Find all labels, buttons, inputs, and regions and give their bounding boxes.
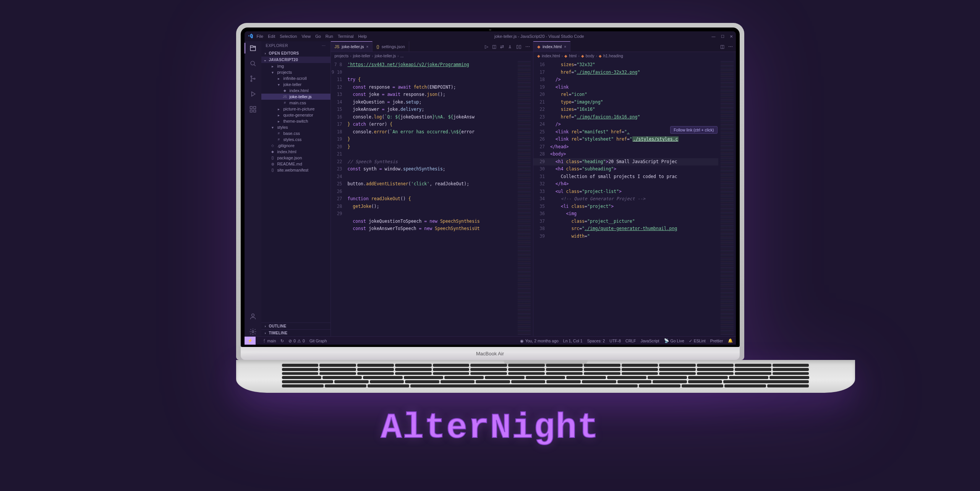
tab-joke-teller-js[interactable]: JSjoke-teller.js×: [331, 41, 373, 52]
file-site.webmanifest[interactable]: {}site.webmanifest: [261, 167, 330, 173]
breadcrumb-segment[interactable]: projects: [335, 53, 349, 58]
breadcrumb-segment[interactable]: html: [569, 53, 577, 58]
activity-bar: [245, 41, 261, 336]
breadcrumb-segment[interactable]: joke-teller.js: [375, 53, 396, 58]
breadcrumb-segment[interactable]: h1.heading: [603, 53, 623, 58]
tab-label: settings.json: [382, 44, 405, 49]
minimap-right[interactable]: [718, 60, 736, 336]
code-area-right[interactable]: 16 17 18 19 20 21 22 23 24 25 26 27 28 2…: [533, 60, 736, 336]
more-icon[interactable]: ⋯: [322, 44, 326, 48]
section-workspace[interactable]: ⌄JAVASCRIPT20: [261, 57, 330, 63]
status-language[interactable]: JavaScript: [641, 339, 659, 343]
folder-picture-in-picture[interactable]: ▸picture-in-picture: [261, 106, 330, 112]
file-label: main.css: [290, 100, 306, 105]
status-blame[interactable]: ◉ You, 2 months ago: [520, 339, 559, 343]
menu-selection[interactable]: Selection: [280, 34, 297, 39]
keyboard-row: [282, 376, 809, 379]
status-eslint[interactable]: ✓ ESLint: [689, 339, 706, 343]
menu-run[interactable]: Run: [326, 34, 333, 39]
tabs-left: JSjoke-teller.js×{}settings.json ▷ ◫ ⇄ ⫫…: [331, 41, 533, 52]
search-icon[interactable]: [248, 59, 258, 68]
section-outline[interactable]: ›OUTLINE: [261, 322, 330, 329]
file-index.html[interactable]: ◆index.html: [261, 149, 330, 155]
code-right[interactable]: sizes="32x32" href="./img/favicon-32x32.…: [549, 60, 718, 336]
tab-close-icon[interactable]: ×: [564, 45, 566, 49]
status-prettier[interactable]: Prettier: [710, 339, 723, 343]
laptop-hinge-label: MacBook Air: [241, 347, 740, 360]
json-file-icon: {}: [271, 168, 275, 172]
status-cursor[interactable]: Ln 1, Col 1: [563, 339, 583, 343]
tab-index-html[interactable]: ◆index.html×: [533, 41, 570, 52]
debug-icon[interactable]: [248, 89, 258, 99]
compare-icon[interactable]: ⇄: [500, 44, 504, 49]
code-area-left[interactable]: 7 8 9 10 11 12 13 14 15 16 17 18 19 20 2…: [331, 60, 533, 336]
close-icon[interactable]: ✕: [730, 34, 733, 39]
folder-styles[interactable]: ▾styles: [261, 124, 330, 130]
file-main.css[interactable]: #main.css: [261, 100, 330, 106]
file-styles.css[interactable]: #styles.css: [261, 136, 330, 143]
menu-go[interactable]: Go: [315, 34, 321, 39]
status-remote[interactable]: ⚡: [245, 337, 259, 345]
source-control-icon[interactable]: [248, 74, 258, 83]
file-index.html[interactable]: ◆index.html: [261, 88, 330, 94]
status-bell-icon[interactable]: 🔔: [728, 338, 733, 343]
breadcrumb-icon: ◆: [564, 54, 567, 58]
menu-terminal[interactable]: Terminal: [338, 34, 354, 39]
breadcrumb-icon: ◆: [599, 54, 602, 58]
extensions-icon[interactable]: [248, 105, 258, 114]
menu-help[interactable]: Help: [358, 34, 367, 39]
folder-theme-switch[interactable]: ▸theme-switch: [261, 118, 330, 124]
folder-projects[interactable]: ▾projects: [261, 69, 330, 75]
file-package.json[interactable]: {}package.json: [261, 155, 330, 161]
explorer-icon[interactable]: [248, 44, 258, 53]
breadcrumb-segment[interactable]: joke-teller: [353, 53, 371, 58]
breadcrumb-left[interactable]: projects › joke-teller › joke-teller.js …: [331, 52, 533, 60]
file-label: styles: [277, 125, 288, 130]
file-label: README.md: [277, 162, 302, 166]
split-icon[interactable]: ◫: [492, 44, 496, 49]
status-golive[interactable]: 📡 Go Live: [664, 338, 684, 343]
file-.gitignore[interactable]: ◇.gitignore: [261, 143, 330, 149]
run-icon[interactable]: ▷: [485, 44, 488, 49]
split-right-icon[interactable]: ▯▯: [516, 44, 522, 49]
more-actions-icon[interactable]: ⋯: [728, 44, 733, 49]
more-actions-icon[interactable]: ⋯: [525, 44, 530, 49]
folder-img[interactable]: ▸img: [261, 63, 330, 69]
keyboard-keys: [282, 364, 809, 387]
status-branch[interactable]: ᚶ main: [263, 339, 276, 343]
section-timeline[interactable]: ›TIMELINE: [261, 329, 330, 336]
folder-joke-teller[interactable]: ▾joke-teller: [261, 81, 330, 88]
status-eol[interactable]: CRLF: [625, 339, 636, 343]
status-problems[interactable]: ⊘ 0 ⚠ 0: [288, 339, 305, 343]
diff-icon[interactable]: ⫫: [508, 44, 512, 49]
folder-infinite-scroll[interactable]: ▸infinite-scroll: [261, 75, 330, 81]
titlebar: FileEditSelectionViewGoRunTerminalHelp j…: [245, 31, 736, 41]
file-joke-teller.js[interactable]: JSjoke-teller.js: [261, 94, 330, 100]
maximize-icon[interactable]: ☐: [721, 34, 724, 39]
file-README.md[interactable]: ◍README.md: [261, 161, 330, 167]
menu-edit[interactable]: Edit: [268, 34, 275, 39]
minimap-left[interactable]: [515, 60, 533, 336]
breadcrumb-segment[interactable]: ...: [400, 53, 404, 58]
menu-file[interactable]: File: [257, 34, 264, 39]
status-sync[interactable]: ↻: [280, 339, 284, 343]
status-git-graph[interactable]: Git Graph: [309, 339, 327, 343]
account-icon[interactable]: [248, 312, 258, 321]
breadcrumb-segment[interactable]: body: [586, 53, 594, 58]
status-spaces[interactable]: Spaces: 2: [587, 339, 605, 343]
section-open-editors[interactable]: ›OPEN EDITORS: [261, 50, 330, 57]
split-icon[interactable]: ◫: [720, 44, 724, 49]
tab-settings-json[interactable]: {}settings.json: [373, 41, 409, 52]
window-title: joke-teller.js - JavaScript20 - Visual S…: [367, 34, 711, 39]
theme-title: AlterNight: [381, 408, 599, 448]
minimize-icon[interactable]: —: [712, 34, 716, 39]
settings-gear-icon[interactable]: [248, 327, 258, 336]
menu-view[interactable]: View: [301, 34, 311, 39]
breadcrumb-segment[interactable]: index.html: [542, 53, 560, 58]
status-encoding[interactable]: UTF-8: [609, 339, 621, 343]
breadcrumb-right[interactable]: ◆ index.html ›◆ html ›◆ body ›◆ h1.headi…: [533, 52, 736, 60]
folder-quote-generator[interactable]: ▸quote-generator: [261, 112, 330, 118]
file-base.css[interactable]: #base.css: [261, 130, 330, 136]
code-left[interactable]: 'https://sv443.net/jokeapi/v2/joke/Progr…: [346, 60, 516, 336]
tab-close-icon[interactable]: ×: [366, 45, 368, 49]
